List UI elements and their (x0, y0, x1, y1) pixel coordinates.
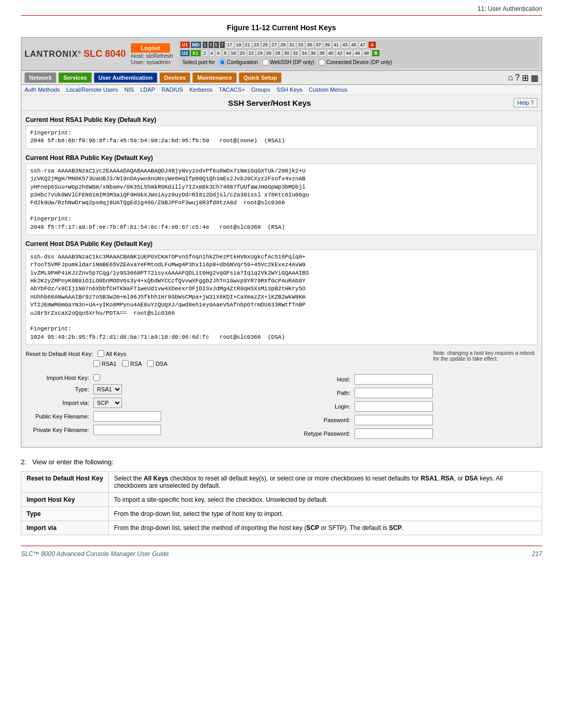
webssh-radio[interactable]: WebSSH (DP only) (262, 59, 314, 66)
import-host-key-checkbox[interactable] (93, 374, 100, 381)
breadcrumb: 11: User Authentication (21, 0, 542, 16)
login-row: Login: (287, 401, 537, 412)
path-row: Path: (287, 388, 537, 398)
login-label: Login: (287, 403, 354, 410)
pub-key-row: Public Key Filename: (26, 411, 276, 422)
priv-key-input[interactable] (93, 425, 161, 435)
footer-right: 217 (532, 550, 542, 558)
host-row: Host: (287, 374, 537, 385)
rsa1-label: Current Host RSA1 Public Key (Default Ke… (26, 116, 537, 124)
retype-password-input[interactable] (354, 428, 433, 439)
subnav-radius[interactable]: RADIUS (162, 87, 183, 93)
password-label: Password: (287, 417, 354, 423)
import-right: Host: Path: Login: Password: (287, 374, 537, 442)
dsa-label: Current Host DSA Public Key (Default Key… (26, 240, 537, 248)
all-keys-checkbox[interactable] (97, 350, 104, 357)
import-via-row: Import via: SCP SFTP (26, 398, 276, 408)
description-table: Reset to Default Host KeySelect the All … (21, 471, 542, 535)
path-label: Path: (287, 390, 354, 396)
rsa-checkbox[interactable] (122, 360, 129, 367)
connected-radio[interactable]: Connected Device (DP only) (319, 59, 392, 66)
import-host-key-label: Import Host Key: (26, 375, 93, 381)
all-keys-checkbox-label[interactable]: All Keys (97, 350, 127, 357)
logout-button[interactable]: Logout (131, 43, 170, 53)
table-icon[interactable]: ▦ (531, 73, 538, 83)
rsa-checkbox-label[interactable]: RSA (122, 360, 142, 367)
page-footer: SLC™ 8000 Advanced Console Manager User … (21, 546, 542, 558)
nav-network[interactable]: Network (25, 72, 56, 83)
nav-devices[interactable]: Devices (160, 72, 191, 83)
rba-section: Current Host RBA Public Key (Default Key… (26, 154, 537, 235)
dsa-content: ssh-dss AAAAB3NzaC1kc3MAAACBANK1UEPGVCKm… (26, 250, 537, 345)
config-radio[interactable]: Configuration (219, 59, 258, 66)
figure-title: Figure 11-12 Current Host Keys (21, 23, 542, 32)
rsa1-checkbox-label[interactable]: RSA1 (93, 360, 117, 367)
pub-key-label: Public Key Filename: (26, 413, 93, 419)
import-via-select[interactable]: SCP SFTP (93, 398, 122, 408)
nav-user-auth[interactable]: User Authentication (94, 72, 157, 83)
grid-icon[interactable]: ⊞ (522, 73, 529, 83)
step-text: 2. View or enter the following: (21, 458, 542, 466)
subnav-nis[interactable]: NIS (125, 87, 134, 93)
reset-left: Reset to Default Host Key: All Keys RSA1 (26, 350, 433, 370)
brand-name: LANTRONIX® (25, 50, 81, 59)
subnav-tacacs[interactable]: TACACS+ (219, 87, 245, 93)
retype-password-row: Retype Password: (287, 428, 537, 439)
help-icon[interactable]: ? (515, 73, 520, 83)
rsa1-checkbox[interactable] (93, 360, 100, 367)
subnav-custom-menus[interactable]: Custom Menus (309, 87, 347, 93)
nav-icons: ⌂ ? ⊞ ▦ (508, 73, 538, 83)
device-topbar: LANTRONIX® SLC 8040 Logout Host: slcRefr… (21, 38, 542, 71)
import-host-key-row: Import Host Key: (26, 374, 276, 381)
subnav-local-remote[interactable]: Local/Remote Users (66, 87, 118, 93)
type-label: Type: (26, 386, 93, 392)
subnav-ssh-keys[interactable]: SSH Keys (276, 87, 302, 93)
help-button[interactable]: Help ? (513, 98, 537, 107)
desc-row: Import viaFrom the drop-down list, selec… (21, 521, 542, 535)
subnav-kerberos[interactable]: Kerberos (189, 87, 213, 93)
desc-term: Import via (21, 521, 109, 535)
login-input[interactable] (354, 401, 433, 412)
port-strip: U1 MD 1 3 5 7 17 19 21 23 25 27 29 31 33… (178, 40, 538, 68)
subnav-ldap[interactable]: LDAP (140, 87, 155, 93)
dsa-checkbox[interactable] (147, 360, 154, 367)
rsa1-content: Fingerprint: 2048 5f:b6:6b:f0:9b:8f:fa:4… (26, 126, 537, 149)
host-input[interactable] (354, 374, 433, 385)
pub-key-input[interactable] (93, 411, 161, 422)
reset-label: Reset to Default Host Key: (26, 351, 97, 357)
import-section: Import Host Key: Type: RSA1 RSA DSA Impo… (26, 374, 537, 442)
reset-import-area: Reset to Default Host Key: All Keys RSA1 (26, 350, 537, 442)
dsa-section: Current Host DSA Public Key (Default Key… (26, 240, 537, 345)
nav-bar: Network Services User Authentication Dev… (21, 71, 542, 85)
device-ui: LANTRONIX® SLC 8040 Logout Host: slcRefr… (21, 37, 542, 448)
sub-nav: Auth Methods Local/Remote Users NIS LDAP… (21, 85, 542, 95)
host-info: Host: slcRefresh User: sysadmin (131, 53, 173, 65)
import-via-label: Import via: (26, 400, 93, 406)
desc-term: Type (21, 507, 109, 521)
lantronix-logo: LANTRONIX® SLC 8040 (25, 48, 126, 59)
type-select[interactable]: RSA1 RSA DSA (93, 384, 122, 394)
nav-quick-setup[interactable]: Quick Setup (239, 72, 282, 83)
subnav-groups[interactable]: Groups (251, 87, 270, 93)
nav-services[interactable]: Services (58, 72, 91, 83)
import-left: Import Host Key: Type: RSA1 RSA DSA Impo… (26, 374, 276, 442)
desc-row: Reset to Default Host KeySelect the All … (21, 472, 542, 493)
section-title: SSH Server/Host Keys (26, 98, 513, 107)
priv-key-row: Private Key Filename: (26, 425, 276, 435)
path-input[interactable] (354, 388, 433, 398)
dsa-checkbox-label[interactable]: DSA (147, 360, 167, 367)
password-row: Password: (287, 415, 537, 425)
reset-default-row: Reset to Default Host Key: All Keys (26, 350, 433, 357)
type-row: Type: RSA1 RSA DSA (26, 384, 276, 394)
home-icon[interactable]: ⌂ (508, 73, 513, 83)
password-input[interactable] (354, 415, 433, 425)
select-port-row: Select port for Configuration WebSSH (DP… (180, 58, 536, 67)
key-checkboxes-row: RSA1 RSA DSA (26, 360, 433, 367)
desc-row: Import Host KeyTo import a site-specific… (21, 493, 542, 507)
reset-row: Reset to Default Host Key: All Keys RSA1 (26, 350, 537, 370)
desc-definition: Select the All Keys checkbox to reset al… (108, 472, 542, 493)
footer-left: SLC™ 8000 Advanced Console Manager User … (21, 550, 169, 558)
desc-definition: From the drop-down list, select the meth… (108, 521, 542, 535)
subnav-auth-methods[interactable]: Auth Methods (25, 87, 60, 93)
nav-maintenance[interactable]: Maintenance (192, 72, 237, 83)
